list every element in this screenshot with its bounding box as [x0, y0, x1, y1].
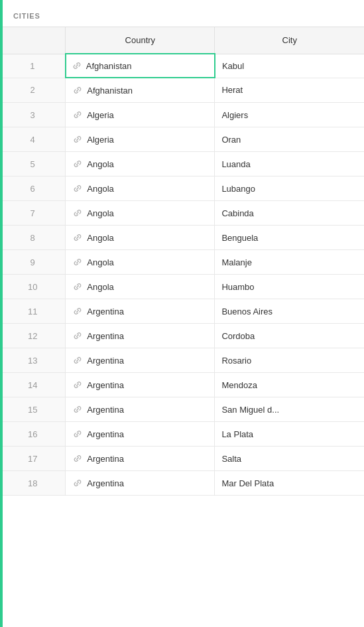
row-country[interactable]: Angola — [66, 275, 215, 299]
row-city: La Plata — [215, 422, 364, 447]
table-row[interactable]: 4 AlgeriaOran — [0, 127, 364, 152]
row-country[interactable]: Angola — [66, 176, 215, 201]
country-text: Argentina — [87, 429, 124, 439]
row-index: 11 — [0, 299, 66, 324]
row-city: San Miguel d... — [215, 397, 364, 422]
row-country[interactable]: Afghanistan — [66, 54, 215, 78]
row-country[interactable]: Angola — [66, 226, 215, 250]
row-city: Salta — [215, 447, 364, 471]
section-title: CITIES — [0, 0, 364, 27]
table-row[interactable]: 16 ArgentinaLa Plata — [0, 422, 364, 447]
page-container: CITIES Country City 1 AfghanistanKabul2 … — [0, 0, 364, 627]
link-icon — [72, 355, 83, 366]
table-row[interactable]: 7 AngolaCabinda — [0, 201, 364, 226]
link-icon — [72, 380, 83, 390]
table-header-row: Country City — [0, 27, 364, 54]
link-icon — [72, 85, 83, 96]
row-city: Benguela — [215, 226, 364, 250]
link-icon — [72, 183, 83, 194]
table-row[interactable]: 10 AngolaHuambo — [0, 275, 364, 299]
row-index: 7 — [0, 201, 66, 226]
link-icon — [72, 330, 83, 341]
country-text: Angola — [87, 282, 113, 292]
country-text: Algeria — [87, 110, 113, 120]
table-row[interactable]: 14 ArgentinaMendoza — [0, 373, 364, 397]
table-row[interactable]: 11 ArgentinaBuenos Aires — [0, 299, 364, 324]
table-row[interactable]: 13 ArgentinaRosario — [0, 348, 364, 373]
row-city: Buenos Aires — [215, 299, 364, 324]
table-row[interactable]: 5 AngolaLuanda — [0, 152, 364, 176]
table-row[interactable]: 6 AngolaLubango — [0, 176, 364, 201]
country-text: Algeria — [87, 135, 113, 145]
link-icon — [72, 306, 83, 316]
country-text: Angola — [87, 233, 113, 243]
row-index: 1 — [0, 54, 66, 78]
country-text: Argentina — [87, 454, 124, 464]
table-row[interactable]: 18 ArgentinaMar Del Plata — [0, 471, 364, 496]
row-country[interactable]: Argentina — [66, 373, 215, 397]
country-text: Argentina — [87, 331, 124, 341]
table-wrapper: Country City 1 AfghanistanKabul2 Afghani… — [0, 27, 364, 496]
table-row[interactable]: 15 ArgentinaSan Miguel d... — [0, 397, 364, 422]
left-accent-bar — [0, 0, 3, 627]
country-text: Angola — [87, 208, 113, 218]
row-country[interactable]: Argentina — [66, 447, 215, 471]
row-city: Luanda — [215, 152, 364, 176]
row-country[interactable]: Argentina — [66, 397, 215, 422]
row-city: Mendoza — [215, 373, 364, 397]
country-text: Argentina — [87, 356, 124, 366]
row-index: 17 — [0, 447, 66, 471]
row-country[interactable]: Angola — [66, 152, 215, 176]
row-country[interactable]: Algeria — [66, 103, 215, 127]
country-text: Afghanistan — [87, 86, 133, 96]
row-country[interactable]: Argentina — [66, 422, 215, 447]
table-row[interactable]: 17 ArgentinaSalta — [0, 447, 364, 471]
table-row[interactable]: 1 AfghanistanKabul — [0, 54, 364, 78]
row-country[interactable]: Angola — [66, 250, 215, 275]
row-country[interactable]: Angola — [66, 201, 215, 226]
link-icon — [72, 478, 83, 488]
col-header-city[interactable]: City — [215, 27, 364, 54]
row-index: 13 — [0, 348, 66, 373]
link-icon — [72, 404, 83, 415]
row-country[interactable]: Argentina — [66, 348, 215, 373]
row-index: 5 — [0, 152, 66, 176]
country-text: Argentina — [87, 478, 124, 488]
link-icon — [72, 134, 83, 145]
table-row[interactable]: 9 AngolaMalanje — [0, 250, 364, 275]
row-country[interactable]: Argentina — [66, 324, 215, 348]
link-icon — [72, 208, 83, 218]
row-city: Huambo — [215, 275, 364, 299]
row-index: 10 — [0, 275, 66, 299]
row-index: 2 — [0, 78, 66, 103]
row-country[interactable]: Argentina — [66, 299, 215, 324]
row-city: Kabul — [215, 54, 364, 78]
row-index: 15 — [0, 397, 66, 422]
col-header-country[interactable]: Country — [66, 27, 215, 54]
row-city: Mar Del Plata — [215, 471, 364, 496]
row-city: Lubango — [215, 176, 364, 201]
table-row[interactable]: 3 AlgeriaAlgiers — [0, 103, 364, 127]
country-text: Angola — [87, 257, 113, 267]
row-index: 18 — [0, 471, 66, 496]
cities-table: Country City 1 AfghanistanKabul2 Afghani… — [0, 27, 364, 496]
row-index: 6 — [0, 176, 66, 201]
table-row[interactable]: 2 AfghanistanHerat — [0, 78, 364, 103]
country-text: Afghanistan — [86, 61, 132, 71]
link-icon — [72, 109, 83, 120]
col-header-index — [0, 27, 66, 54]
link-icon — [72, 281, 83, 292]
table-row[interactable]: 8 AngolaBenguela — [0, 226, 364, 250]
row-city: Cordoba — [215, 324, 364, 348]
row-index: 4 — [0, 127, 66, 152]
link-icon — [72, 159, 83, 169]
row-country[interactable]: Argentina — [66, 471, 215, 496]
row-country[interactable]: Algeria — [66, 127, 215, 152]
row-index: 14 — [0, 373, 66, 397]
row-city: Rosario — [215, 348, 364, 373]
row-country[interactable]: Afghanistan — [66, 78, 215, 103]
row-city: Algiers — [215, 103, 364, 127]
table-row[interactable]: 12 ArgentinaCordoba — [0, 324, 364, 348]
link-icon — [72, 232, 83, 243]
row-city: Cabinda — [215, 201, 364, 226]
